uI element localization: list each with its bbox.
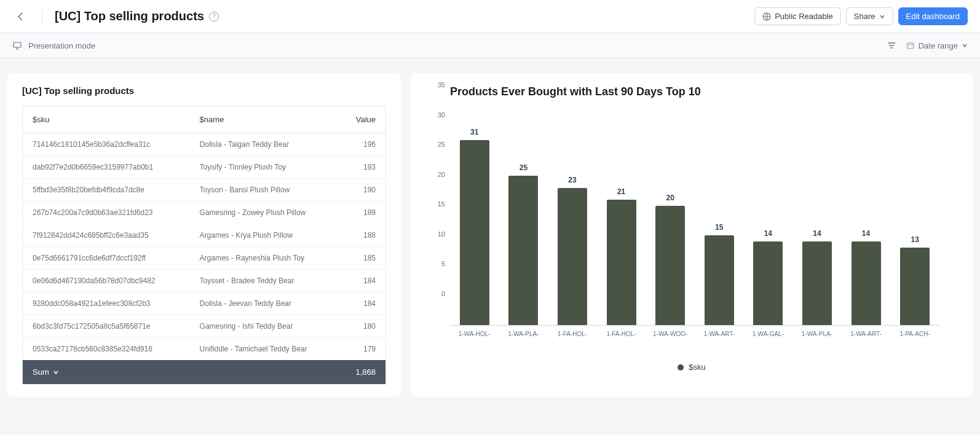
bar[interactable] (852, 241, 881, 325)
table-row[interactable]: 714146c1810145e5b36a2dcffea31cDollsla - … (23, 133, 386, 156)
cell-value: 184 (339, 270, 385, 292)
bar-value-label: 31 (470, 128, 478, 136)
public-readable-label: Public Readable (775, 12, 833, 21)
table-row[interactable]: 0533ca27178cb560c8385e324fd916Unifiddle … (23, 338, 386, 361)
x-tick-label: 1-WA-GAL- (744, 326, 793, 350)
cell-name: Unifiddle - Tamichael Teddy Bear (190, 338, 339, 361)
cell-value: 184 (339, 292, 385, 315)
x-tick-label: 1-WA-ART- (842, 326, 891, 350)
cell-value: 196 (339, 133, 385, 156)
cell-sku: 9280ddc058a4921a1efeec308cf2b3 (23, 292, 190, 315)
bar-wrap: 15 (695, 117, 744, 325)
bar-value-label: 25 (520, 163, 528, 172)
bar[interactable] (802, 241, 832, 325)
bar[interactable] (508, 176, 538, 325)
col-name[interactable]: $name (190, 106, 339, 133)
filter-icon[interactable] (887, 41, 896, 50)
cell-name: Gamesring - Zowey Plush Pillow (190, 202, 339, 224)
cell-value: 190 (339, 179, 385, 202)
cell-name: Dollsla - Taigan Teddy Bear (190, 133, 339, 156)
y-tick: 5 (441, 260, 445, 267)
table-row[interactable]: 0e75d6661791cc6de6df7dccf192ffArgames - … (23, 247, 386, 270)
table-row[interactable]: dab92f7e2d0b6659ec3159977ab0b1Toysify - … (23, 156, 386, 179)
bars: 31252321201514141413 (450, 117, 939, 325)
bar-wrap: 21 (597, 117, 646, 325)
x-tick-label: 1-WA-WOO- (646, 326, 695, 350)
bar-wrap: 25 (499, 117, 548, 325)
table-row[interactable]: 6bd3c3fd75c172505a8c5a5f65871eGamesring … (23, 315, 386, 338)
edit-label: Edit dashboard (906, 12, 960, 21)
bar[interactable] (558, 188, 587, 325)
help-icon[interactable]: ? (209, 12, 219, 22)
table-title: [UC] Top selling products (22, 85, 386, 96)
page-title: [UC] Top selling products (55, 9, 204, 23)
cell-value: 180 (339, 315, 385, 338)
cell-name: Dollsla - Jeevan Teddy Bear (190, 292, 339, 315)
cell-value: 179 (339, 338, 385, 361)
y-axis: 05101520253035 (432, 117, 450, 326)
chart-title: Products Ever Bought with Last 90 Days T… (450, 85, 958, 98)
col-value[interactable]: Value (339, 106, 385, 133)
y-tick: 35 (438, 81, 445, 88)
x-tick-label: 1-WA-HOL- (450, 326, 499, 350)
bar-value-label: 14 (764, 229, 772, 238)
cell-sku: 0e06d6d467190da56b78d07dbc9482 (23, 270, 190, 292)
date-range-button[interactable]: Date range (906, 41, 968, 50)
col-sku[interactable]: $sku (23, 106, 190, 133)
bar[interactable] (900, 248, 930, 325)
y-tick: 25 (438, 141, 445, 148)
cell-name: Toysify - Tinnley Plush Toy (190, 156, 339, 179)
share-button[interactable]: Share (846, 7, 893, 25)
legend-label: $sku (689, 362, 705, 372)
table-header-row: $sku $name Value (23, 106, 386, 133)
bar[interactable] (460, 140, 489, 325)
bar-value-label: 20 (666, 194, 674, 202)
calendar-icon (906, 41, 915, 50)
y-tick: 10 (438, 230, 445, 238)
sum-row: Sum 1,868 (23, 360, 386, 385)
header-left: [UC] Top selling products ? (12, 8, 219, 25)
table-row[interactable]: 9280ddc058a4921a1efeec308cf2b3Dollsla - … (23, 292, 386, 315)
table-row[interactable]: 267b74c200a7c9d0b63ae321fd6d23Gamesring … (23, 202, 386, 224)
bar[interactable] (655, 206, 685, 325)
bar-value-label: 21 (617, 187, 625, 196)
bar-wrap: 20 (646, 117, 695, 325)
table-row[interactable]: 5ffbd3e35f8b20befdb4f9cda7dc8eToyson - B… (23, 179, 386, 202)
y-tick: 20 (438, 171, 445, 178)
back-button[interactable] (12, 8, 30, 25)
cell-name: Toyson - Bansi Plush Pillow (190, 179, 339, 202)
x-tick-label: 1-PA-ACH- (890, 326, 939, 350)
bar-wrap: 31 (450, 117, 499, 325)
edit-dashboard-button[interactable]: Edit dashboard (898, 7, 968, 25)
table-card: [UC] Top selling products $sku $name Val… (7, 73, 401, 397)
arrow-left-icon (16, 12, 26, 22)
header-right: Public Readable Share Edit dashboard (754, 7, 968, 25)
x-tick-label: 1-WA-PLA- (499, 326, 548, 350)
public-readable-button[interactable]: Public Readable (754, 7, 841, 25)
bar[interactable] (607, 200, 636, 325)
presentation-mode-button[interactable]: Presentation mode (28, 41, 95, 50)
cell-name: Argames - Krya Plush Pillow (190, 224, 339, 247)
legend-dot (678, 364, 684, 370)
table-row[interactable]: 7f912842dd424c685bff2c6e3aad35Argames - … (23, 224, 386, 247)
y-tick: 0 (441, 290, 445, 297)
chart-card: Products Ever Bought with Last 90 Days T… (411, 73, 973, 397)
sum-cell[interactable]: Sum (23, 360, 190, 385)
table-row[interactable]: 0e06d6d467190da56b78d07dbc9482Toysset - … (23, 270, 386, 292)
globe-icon (762, 12, 771, 21)
bar-value-label: 14 (862, 229, 870, 238)
bar[interactable] (753, 241, 783, 325)
plot: 31252321201514141413 (450, 117, 939, 326)
chevron-down-icon (962, 42, 968, 49)
cell-sku: 0533ca27178cb560c8385e324fd916 (23, 338, 190, 361)
cell-sku: 6bd3c3fd75c172505a8c5a5f65871e (23, 315, 190, 338)
cell-value: 189 (339, 202, 385, 224)
bar-value-label: 15 (715, 223, 723, 232)
x-axis: 1-WA-HOL-1-WA-PLA-1-FA-HOL-1-FA-HOL-1-WA… (450, 326, 939, 350)
cell-value: 188 (339, 224, 385, 247)
cell-name: Argames - Rayneshia Plush Toy (190, 247, 339, 270)
y-tick: 15 (438, 200, 445, 208)
bar-value-label: 13 (911, 235, 919, 244)
bar[interactable] (705, 235, 734, 325)
cell-sku: 5ffbd3e35f8b20befdb4f9cda7dc8e (23, 179, 190, 202)
